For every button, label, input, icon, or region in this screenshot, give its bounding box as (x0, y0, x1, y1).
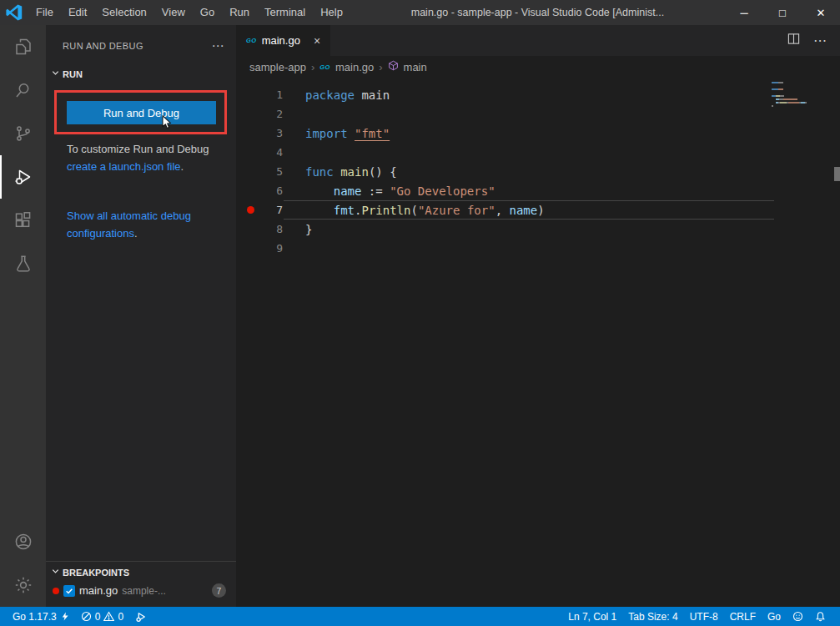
code-area[interactable]: 1package main23import "fmt"45func main()… (236, 78, 840, 607)
sidebar-header: RUN AND DEBUG ⋯ (46, 25, 236, 58)
show-all-configs-text: Show all automatic debug configurations. (67, 207, 222, 242)
breakpoint-list-item[interactable]: main.go sample-... 7 (46, 578, 236, 598)
editor-area: GO main.go × ⋯ sample-app › GO main.go ›… (236, 25, 840, 607)
smiley-icon (792, 611, 803, 622)
activity-extensions-icon[interactable] (0, 199, 46, 242)
breadcrumb-sample-app[interactable]: sample-app (249, 61, 306, 73)
sidebar-more-actions-icon[interactable]: ⋯ (212, 38, 224, 53)
minimize-button[interactable]: ─ (725, 0, 763, 25)
menu-edit[interactable]: Edit (61, 0, 94, 25)
warning-count: 0 (118, 611, 123, 623)
status-bar: Go 1.17.3 0 0 Ln 7, Col 1 Tab Size: 4 UT… (0, 607, 840, 626)
activity-search-icon[interactable] (0, 68, 46, 112)
code-line-9[interactable]: 9 (236, 239, 840, 258)
run-section-label: RUN (63, 69, 83, 79)
line-number: 5 (264, 165, 283, 178)
accounts-icon[interactable] (0, 520, 46, 563)
tab-close-icon[interactable]: × (314, 34, 320, 48)
split-editor-icon[interactable] (787, 33, 800, 48)
language-mode-status[interactable]: Go (762, 607, 787, 626)
status-bar-right: Ln 7, Col 1 Tab Size: 4 UTF-8 CRLF Go (562, 607, 832, 626)
tab-bar: GO main.go × ⋯ (236, 25, 840, 56)
window-title: main.go - sample-app - Visual Studio Cod… (350, 7, 725, 18)
activity-source-control-icon[interactable] (0, 112, 46, 155)
menu-selection[interactable]: Selection (94, 0, 153, 25)
line-number: 2 (264, 108, 283, 120)
debug-status[interactable] (129, 607, 153, 626)
go-file-icon: GO (246, 37, 257, 44)
run-and-debug-panel: RUN AND DEBUG ⋯ RUN Run and Debug To cus… (46, 25, 236, 607)
breakpoint-dot-icon (53, 588, 59, 594)
code-line-7[interactable]: 7 fmt.Println("Azure for", name) (236, 200, 840, 220)
close-button[interactable]: ✕ (802, 0, 840, 25)
chevron-down-icon (51, 567, 60, 578)
line-number: 4 (264, 146, 283, 159)
code-text: name := "Go Developers" (283, 184, 495, 198)
code-line-1[interactable]: 1package main (236, 85, 840, 104)
sidebar-title: RUN AND DEBUG (63, 41, 212, 51)
activity-explorer-icon[interactable] (0, 25, 46, 68)
show-all-configs-link[interactable]: Show all automatic debug configurations (67, 210, 191, 240)
editor-actions: ⋯ (787, 25, 840, 56)
maximize-button[interactable]: □ (763, 0, 802, 25)
menu-file[interactable]: File (28, 0, 61, 25)
menu-terminal[interactable]: Terminal (257, 0, 313, 25)
activity-run-and-debug-icon[interactable] (0, 155, 46, 199)
gopls-bolt-icon (60, 611, 69, 622)
run-and-debug-button[interactable]: Run and Debug (67, 101, 216, 124)
menu-run[interactable]: Run (222, 0, 257, 25)
glyph-margin[interactable] (236, 206, 264, 214)
code-text: import "fmt" (283, 127, 390, 140)
code-line-4[interactable]: 4 (236, 143, 840, 162)
chevron-down-icon (51, 68, 60, 79)
code-line-3[interactable]: 3import "fmt" (236, 124, 840, 143)
menu-view[interactable]: View (154, 0, 193, 25)
tab-main-go[interactable]: GO main.go × (236, 25, 330, 56)
bell-icon (815, 611, 826, 622)
encoding-status[interactable]: UTF-8 (684, 607, 724, 626)
title-bar: FileEditSelectionViewGoRunTerminalHelp m… (0, 0, 840, 25)
breakpoints-header[interactable]: BREAKPOINTS (46, 562, 236, 578)
breadcrumb-main-go[interactable]: main.go (335, 61, 374, 73)
editor-more-actions-icon[interactable]: ⋯ (813, 33, 827, 48)
cursor-position-status[interactable]: Ln 7, Col 1 (562, 607, 622, 626)
line-number: 9 (264, 242, 283, 255)
settings-gear-icon[interactable] (0, 563, 46, 607)
breakpoints-section: BREAKPOINTS main.go sample-... 7 (46, 561, 236, 607)
activity-testing-icon[interactable] (0, 242, 46, 285)
go-version-label: Go 1.17.3 (13, 611, 57, 623)
breadcrumb-main[interactable]: main (404, 61, 427, 73)
code-line-2[interactable]: 2 (236, 104, 840, 124)
breadcrumb-separator: › (311, 61, 314, 73)
minimap[interactable] (772, 82, 830, 112)
breakpoint-dot-icon[interactable] (247, 206, 254, 214)
feedback-icon[interactable] (787, 607, 809, 626)
breakpoint-checkbox[interactable] (63, 585, 75, 597)
error-count: 0 (95, 611, 101, 623)
code-line-5[interactable]: 5func main() { (236, 162, 840, 181)
vscode-logo-icon (0, 4, 28, 21)
code-text: } (283, 223, 312, 236)
vscode-window: FileEditSelectionViewGoRunTerminalHelp m… (0, 0, 840, 626)
error-icon (81, 611, 92, 622)
warning-icon (103, 611, 114, 622)
run-section-header[interactable]: RUN (51, 68, 83, 79)
eol-status[interactable]: CRLF (724, 607, 762, 626)
menu-go[interactable]: Go (193, 0, 222, 25)
go-version-status[interactable]: Go 1.17.3 (7, 607, 75, 626)
problems-status[interactable]: 0 0 (75, 607, 129, 626)
breadcrumb: sample-app › GO main.go › main (236, 56, 840, 78)
menu-help[interactable]: Help (313, 0, 350, 25)
breakpoint-count-badge: 7 (212, 583, 226, 598)
hint-pre: To customize Run and Debug (67, 143, 209, 155)
launch-json-link[interactable]: create a launch.json file (67, 160, 181, 173)
code-line-8[interactable]: 8} (236, 220, 840, 239)
customize-hint-text: To customize Run and Debug create a laun… (67, 140, 222, 175)
breadcrumb-separator: › (379, 61, 382, 73)
notifications-bell-icon[interactable] (809, 607, 832, 626)
code-line-6[interactable]: 6 name := "Go Developers" (236, 181, 840, 200)
editor-scrollbar-thumb[interactable] (834, 167, 840, 181)
tab-label: main.go (262, 34, 300, 47)
indentation-status[interactable]: Tab Size: 4 (622, 607, 683, 626)
code-text: fmt.Println("Azure for", name) (283, 204, 545, 217)
